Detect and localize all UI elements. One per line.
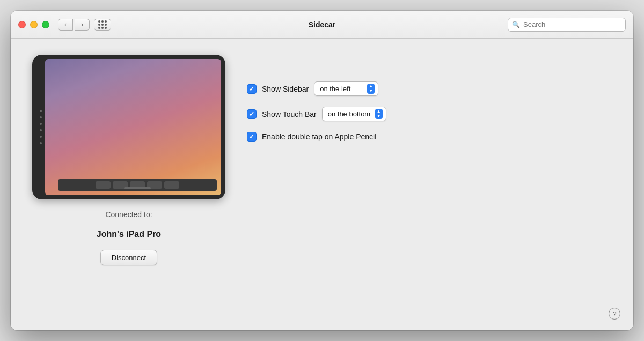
touchbar-position-value: on the bottom (328, 110, 371, 118)
minimize-button[interactable] (30, 21, 38, 28)
sidebar-dot (40, 110, 42, 112)
connected-label: Connected to: (105, 210, 152, 219)
show-touchbar-label: Show Touch Bar (262, 110, 317, 118)
search-input[interactable] (508, 18, 626, 32)
double-tap-label: Enable double tap on Apple Pencil (262, 132, 376, 141)
double-tap-row: ✓ Enable double tap on Apple Pencil (247, 132, 612, 142)
checkmark-icon: ✓ (249, 111, 254, 117)
sidebar-dot (40, 142, 42, 144)
back-button[interactable]: ‹ (58, 19, 73, 31)
touchbar-position-dropdown[interactable]: on the bottom ▲ ▼ (322, 107, 386, 121)
help-button[interactable]: ? (609, 308, 620, 320)
forward-icon: › (81, 21, 83, 28)
sidebar-dot (40, 116, 42, 118)
sidebar-position-value: on the left (320, 85, 350, 93)
ipad-touchbar (58, 179, 217, 191)
disconnect-button[interactable]: Disconnect (100, 250, 157, 265)
sidebar-dot (40, 129, 42, 131)
sidebar-dot (40, 123, 42, 125)
checkmark-icon: ✓ (249, 134, 254, 140)
ipad-illustration (32, 55, 225, 199)
close-button[interactable] (18, 21, 26, 28)
show-touchbar-checkbox[interactable]: ✓ (247, 109, 257, 119)
arrow-down-icon: ▼ (369, 89, 373, 93)
touchbar-arrows-icon: ▲ ▼ (375, 109, 383, 119)
back-icon: ‹ (64, 21, 67, 28)
touchbar-button (164, 181, 179, 189)
grid-view-button[interactable] (94, 19, 111, 31)
checkmark-icon: ✓ (249, 86, 254, 92)
left-panel: Connected to: John's iPad Pro Disconnect (32, 55, 225, 265)
traffic-lights (18, 21, 49, 28)
search-bar: 🔍 (508, 18, 626, 32)
main-window: ‹ › Sidecar 🔍 (11, 11, 633, 330)
show-touchbar-row: ✓ Show Touch Bar on the bottom ▲ ▼ (247, 107, 612, 121)
bottom-bar: ? (11, 305, 633, 330)
maximize-button[interactable] (42, 21, 49, 28)
ipad-screen (45, 59, 221, 195)
show-sidebar-checkbox[interactable]: ✓ (247, 84, 257, 94)
arrow-down-icon: ▼ (377, 114, 381, 118)
nav-buttons: ‹ › (58, 19, 90, 31)
touchbar-button (96, 181, 111, 189)
sidebar-dot (40, 136, 42, 138)
window-title: Sidecar (309, 20, 336, 29)
content-area: Connected to: John's iPad Pro Disconnect… (11, 39, 633, 305)
right-panel: ✓ Show Sidebar on the left ▲ ▼ ✓ Show To… (247, 55, 612, 142)
double-tap-checkbox[interactable]: ✓ (247, 132, 257, 142)
arrow-up-icon: ▲ (369, 84, 373, 88)
arrow-up-icon: ▲ (377, 109, 381, 114)
grid-icon (98, 20, 107, 29)
ipad-sidebar-dots (36, 59, 45, 195)
search-icon: 🔍 (512, 21, 520, 28)
sidebar-arrows-icon: ▲ ▼ (367, 84, 375, 94)
titlebar: ‹ › Sidecar 🔍 (11, 11, 633, 39)
home-indicator (124, 187, 151, 189)
sidebar-position-dropdown[interactable]: on the left ▲ ▼ (314, 81, 378, 96)
device-name: John's iPad Pro (97, 229, 161, 239)
show-sidebar-row: ✓ Show Sidebar on the left ▲ ▼ (247, 81, 612, 96)
forward-button[interactable]: › (75, 19, 90, 31)
show-sidebar-label: Show Sidebar (262, 85, 309, 93)
